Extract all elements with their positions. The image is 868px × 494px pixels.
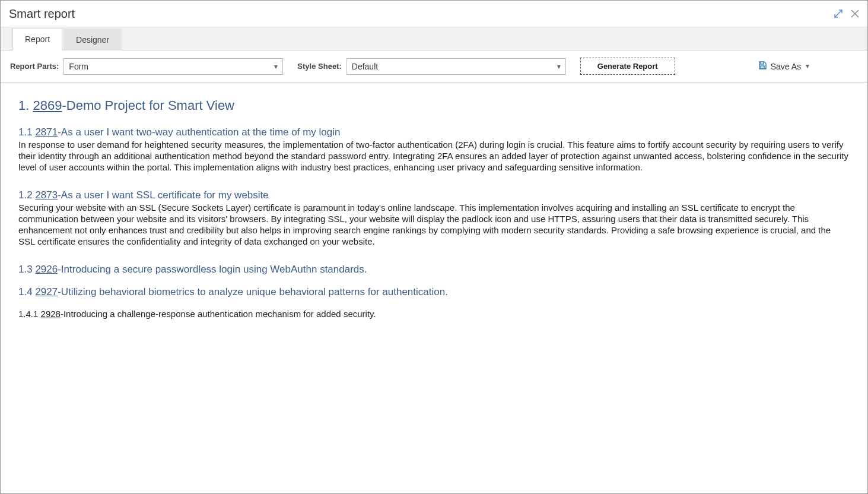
item-id-link[interactable]: 2871: [35, 126, 58, 138]
item-num: 1.4: [18, 286, 33, 297]
item-title: -As a user I want SSL certificate for my…: [58, 189, 269, 201]
tab-designer[interactable]: Designer: [63, 28, 122, 50]
style-sheet-select[interactable]: Default ▾: [346, 58, 566, 75]
subitem-id-link[interactable]: 2928: [41, 309, 61, 319]
item-title: -Utilizing behavioral biometrics to anal…: [58, 286, 448, 297]
window-controls: [833, 8, 860, 19]
subitem-title: -Introducing a challenge-response authen…: [61, 309, 376, 319]
toolbar: Report Parts: Form ▾ Style Sheet: Defaul…: [1, 50, 867, 83]
item-title: -Introducing a secure passwordless login…: [58, 264, 367, 275]
item-id-link[interactable]: 2873: [35, 189, 58, 201]
window-title: Smart report: [9, 7, 75, 21]
report-parts-label: Report Parts:: [10, 62, 59, 71]
generate-report-button[interactable]: Generate Report: [580, 58, 675, 75]
item-num: 1.1: [18, 126, 33, 138]
save-as-label: Save As: [771, 62, 801, 71]
chevron-down-icon: ▾: [557, 62, 561, 71]
style-sheet-field: Style Sheet: Default ▾: [297, 58, 565, 75]
item-body: In response to user demand for heightene…: [18, 140, 850, 173]
report-item: 1.1 2871-As a user I want two-way authen…: [18, 126, 850, 173]
item-num: 1.2: [18, 189, 33, 201]
report-root-heading: 1. 2869-Demo Project for Smart View: [18, 98, 850, 113]
svg-rect-0: [761, 66, 764, 68]
save-icon: [758, 61, 767, 72]
style-sheet-value: Default: [352, 62, 378, 71]
report-parts-value: Form: [69, 62, 88, 71]
item-heading: 1.1 2871-As a user I want two-way authen…: [18, 126, 850, 138]
item-id-link[interactable]: 2926: [35, 264, 58, 275]
save-as-button[interactable]: Save As ▼: [758, 61, 858, 72]
close-icon[interactable]: [850, 8, 860, 19]
root-id-link[interactable]: 2869: [33, 98, 62, 113]
item-heading: 1.3 2926-Introducing a secure passwordle…: [18, 264, 850, 276]
tab-report[interactable]: Report: [12, 28, 62, 50]
report-item: 1.3 2926-Introducing a secure passwordle…: [18, 264, 850, 276]
item-heading: 1.4 2927-Utilizing behavioral biometrics…: [18, 286, 850, 298]
root-num: 1.: [18, 98, 29, 113]
style-sheet-label: Style Sheet:: [297, 62, 341, 71]
item-body: Securing your website with an SSL (Secur…: [18, 202, 850, 247]
report-content: 1. 2869-Demo Project for Smart View 1.1 …: [1, 83, 867, 493]
item-title: -As a user I want two-way authentication…: [58, 126, 340, 138]
report-subitem: 1.4.1 2928-Introducing a challenge-respo…: [18, 309, 850, 319]
root-title: -Demo Project for Smart View: [62, 98, 234, 113]
tabbar: Report Designer: [1, 27, 867, 50]
subitem-num: 1.4.1: [18, 309, 38, 319]
report-parts-field: Report Parts: Form ▾: [10, 58, 283, 75]
item-heading: 1.2 2873-As a user I want SSL certificat…: [18, 189, 850, 201]
chevron-down-icon: ▾: [274, 62, 278, 71]
dropdown-triangle-icon: ▼: [805, 63, 810, 69]
report-parts-select[interactable]: Form ▾: [63, 58, 283, 75]
item-id-link[interactable]: 2927: [35, 286, 58, 297]
report-item: 1.2 2873-As a user I want SSL certificat…: [18, 189, 850, 247]
expand-icon[interactable]: [833, 8, 844, 19]
titlebar: Smart report: [1, 1, 867, 27]
item-num: 1.3: [18, 264, 33, 275]
report-item: 1.4 2927-Utilizing behavioral biometrics…: [18, 286, 850, 298]
subitem-heading: 1.4.1 2928-Introducing a challenge-respo…: [18, 309, 850, 319]
